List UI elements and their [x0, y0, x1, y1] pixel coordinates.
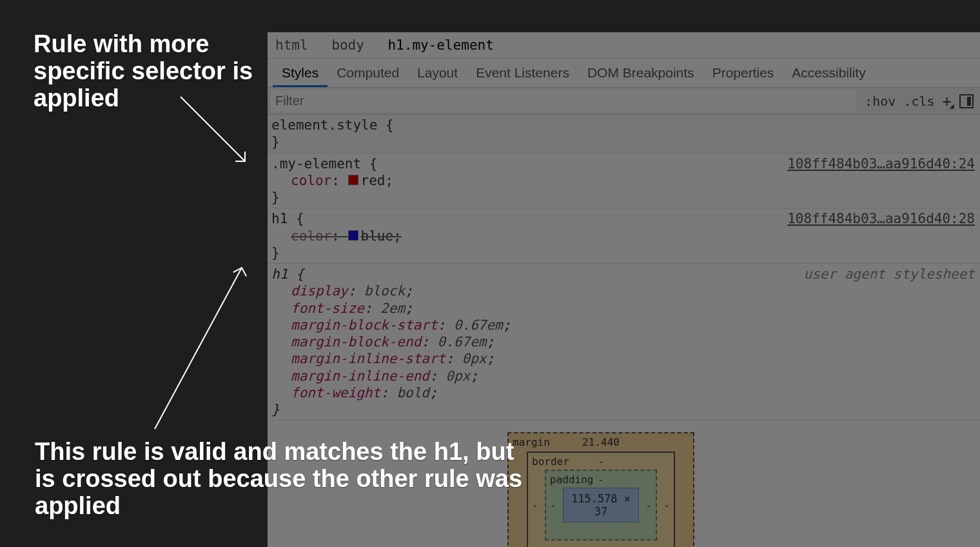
declaration-overridden[interactable]: color: blue; [271, 228, 976, 244]
breadcrumb: html body h1.my-element [268, 32, 980, 59]
color-swatch-red[interactable] [348, 175, 358, 185]
color-swatch-blue[interactable] [348, 230, 358, 241]
declaration: font-size: 2em; [271, 300, 976, 317]
margin-top-value: 21.440 [582, 436, 620, 448]
selector: h1 [271, 266, 288, 282]
declaration: margin-inline-start: 0px; [271, 350, 976, 367]
source-link[interactable]: 108ff484b03…aa916d40:28 [787, 210, 975, 227]
svg-line-1 [155, 268, 242, 429]
declaration: font-weight: bold; [271, 384, 976, 401]
element-style-rule[interactable]: element.style { } [268, 115, 980, 154]
devtools-tabs: Styles Computed Layout Event Listeners D… [268, 59, 980, 88]
rule-h1-overridden[interactable]: 108ff484b03…aa916d40:28 h1 { color: blue… [268, 208, 980, 264]
tab-dom-breakpoints[interactable]: DOM Breakpoints [578, 59, 703, 87]
breadcrumb-item-active[interactable]: h1.my-element [387, 37, 493, 53]
rule-my-element[interactable]: 108ff484b03…aa916d40:24 .my-element { co… [268, 154, 980, 209]
breadcrumb-item[interactable]: body [331, 37, 364, 53]
arrow-bottom-icon [148, 258, 251, 439]
declaration[interactable]: color: red; [271, 172, 976, 189]
styles-filter-bar: :hov .cls + [268, 88, 980, 115]
padding-right-value: - [645, 499, 652, 512]
declaration: margin-inline-end: 0px; [271, 368, 976, 384]
cls-toggle[interactable]: .cls [903, 94, 934, 109]
selector: .my-element [271, 156, 361, 172]
hov-toggle[interactable]: :hov [865, 94, 896, 109]
tab-accessibility[interactable]: Accessibility [783, 59, 874, 87]
rule-user-agent: user agent stylesheet h1 { display: bloc… [268, 264, 980, 421]
tab-event-listeners[interactable]: Event Listeners [467, 59, 578, 87]
padding-top-value: - [598, 473, 604, 486]
selector: element.style [271, 117, 377, 133]
source-user-agent: user agent stylesheet [803, 266, 975, 283]
breadcrumb-item[interactable]: html [275, 37, 308, 53]
padding-label: padding [550, 473, 593, 486]
style-rules: element.style { } 108ff484b03…aa916d40:2… [268, 115, 980, 421]
selector: h1 [271, 211, 288, 226]
content-size: 115.578 × 37 [563, 488, 639, 522]
border-right-value: - [663, 499, 670, 512]
declaration: margin-block-end: 0.67em; [271, 333, 976, 350]
arrow-top-icon [174, 90, 264, 174]
toggle-panel-icon[interactable] [959, 94, 974, 108]
source-link[interactable]: 108ff484b03…aa916d40:24 [787, 155, 975, 172]
svg-line-0 [181, 97, 245, 161]
tab-computed[interactable]: Computed [328, 59, 408, 87]
filter-input[interactable] [270, 90, 856, 112]
declaration: display: block; [271, 283, 976, 299]
tab-layout[interactable]: Layout [408, 59, 467, 87]
border-top-value: - [598, 455, 604, 468]
padding-left-value: - [550, 499, 556, 512]
tab-styles[interactable]: Styles [273, 59, 328, 87]
new-style-rule-button[interactable]: + [943, 94, 952, 109]
annotation-bottom: This rule is valid and matches the h1, b… [35, 439, 538, 519]
tab-properties[interactable]: Properties [703, 59, 783, 87]
declaration: margin-block-start: 0.67em; [271, 317, 976, 333]
